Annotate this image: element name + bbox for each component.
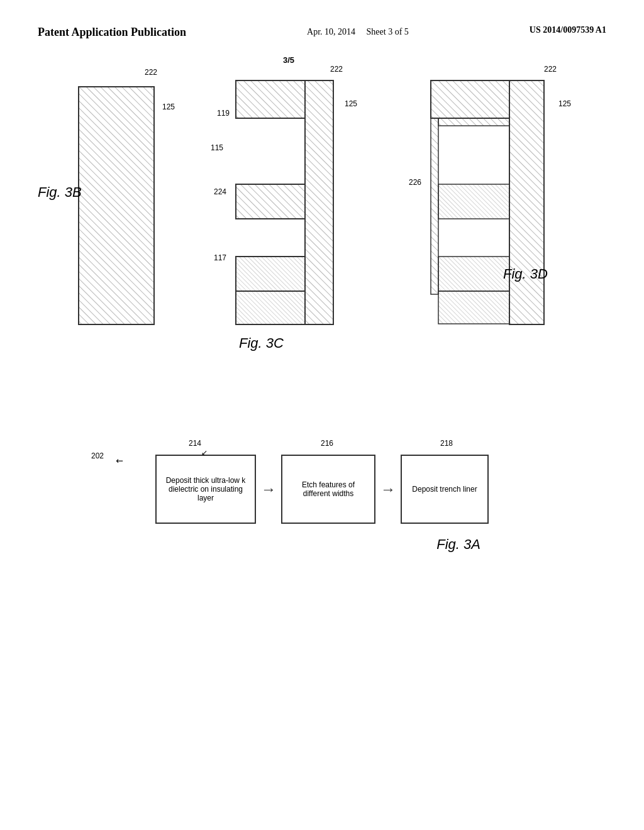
flow-box-2: Etch features of different widths [281,455,375,524]
ref-226: 226 [409,178,421,187]
svg-rect-5 [236,80,305,118]
sheet-label: 3/5 [283,55,294,65]
flow-box-1: Deposit thick ultra-low k dielectric on … [155,455,256,524]
flowchart: Deposit thick ultra-low k dielectric on … [38,417,606,524]
sheet-info: Sheet 3 of 5 [367,27,409,36]
fig3d-svg [428,77,553,329]
ref-119: 119 [217,109,230,118]
svg-rect-6 [236,184,305,219]
ref-222-3d: 222 [544,65,557,74]
ref-117: 117 [214,253,226,262]
svg-rect-15 [438,257,509,291]
fig3a-group: 202 ↙ 214 ↙ 216 218 Deposit thick ultra-… [38,417,606,553]
ref-125-3b: 125 [162,102,175,111]
ref-216: 216 [321,439,333,448]
fig3b-svg [75,84,157,329]
svg-rect-13 [431,118,438,294]
flow-arrow-2: → [380,481,396,498]
fig3d-group: 222 125 226 [428,77,553,331]
ref-214: 214 [189,439,201,448]
page: Patent Application Publication Apr. 10, … [0,0,644,830]
fig3d-label: Fig. 3D [503,266,548,282]
ref-125-3d: 125 [558,99,571,108]
fig3a-label-container: Fig. 3A [38,536,606,553]
patent-number: US 2014/0097539 A1 [530,25,606,35]
svg-rect-1 [79,87,154,324]
fig3a-label: Fig. 3A [436,536,480,552]
date-sheet: Apr. 10, 2014 Sheet 3 of 5 [307,25,409,39]
pub-date: Apr. 10, 2014 [307,27,355,36]
ref-115: 115 [211,143,223,152]
page-header: Patent Application Publication Apr. 10, … [38,25,606,46]
ref-218: 218 [440,439,453,448]
svg-rect-16 [438,291,509,324]
ref-214-arrow: ↙ [201,448,208,457]
flow-box-3: Deposit trench liner [401,455,489,524]
fig3c-label: Fig. 3C [239,335,284,351]
drawing-content: 222 125 Fig. 3B [38,65,606,553]
publication-title: Patent Application Publication [38,25,186,40]
ref-222-3b: 222 [145,68,157,77]
fig3b-label: Fig. 3B [38,184,82,201]
ref-202: 202 [91,451,104,460]
svg-rect-8 [236,291,305,324]
fig3c-group: 3/5 222 125 119 115 224 117 [233,77,340,331]
ref-222-3c: 222 [330,65,343,74]
svg-rect-14 [438,184,509,219]
fig3b-group: 222 125 Fig. 3B [75,84,157,331]
fig3c-svg [233,77,340,329]
svg-rect-17 [438,118,509,126]
ref-224: 224 [214,187,226,196]
flow-arrow-1: → [261,481,276,498]
svg-rect-7 [236,257,305,291]
ref-125-3c: 125 [345,99,357,108]
svg-rect-11 [509,80,544,324]
svg-rect-12 [431,80,509,118]
svg-rect-4 [305,80,333,324]
